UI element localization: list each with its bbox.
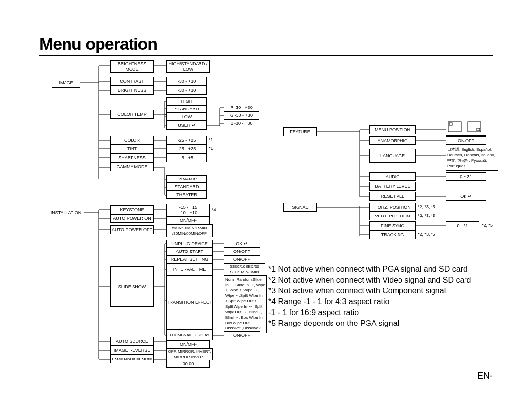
footnotes: *1 Not active when connect with PGA sign… xyxy=(268,264,471,329)
star-1b: *1 xyxy=(209,146,213,151)
item-auto-power-off: AUTO POWER OFF xyxy=(110,225,154,234)
root-signal: SIGNAL xyxy=(283,203,317,212)
svg-rect-83 xyxy=(468,122,481,132)
val-lamp-hour: 00:00 xyxy=(166,360,210,368)
slide-repeat: REPEAT SETTING xyxy=(166,255,213,263)
val-contrast: -30 - +30 xyxy=(166,77,207,86)
item-vert: VERT. POSITION xyxy=(369,212,416,220)
item-lamp-hour: LAMP HOUR ELAPSE xyxy=(110,355,154,363)
note-6: *5 Range depends on the PGA signal xyxy=(268,318,471,329)
item-auto-power-on: AUTO POWER ON xyxy=(110,214,154,223)
item-image-reverse: IMAGE REVERSE xyxy=(110,346,154,355)
val-auto-source: ON/OFF xyxy=(166,340,210,348)
item-sharpness: SHARPNESS xyxy=(110,153,154,162)
val-repeat: ON/OFF xyxy=(224,255,260,263)
item-reset: RESET ALL xyxy=(369,192,416,201)
note-1: *1 Not active when connect with PGA sign… xyxy=(268,264,471,275)
item-brightness-mode: BRIGHTNESS MODE xyxy=(110,60,154,73)
star-1a: *1 xyxy=(209,137,213,143)
item-color-temp: COLOR TEMP xyxy=(110,110,154,119)
val-ct-user: USER ↵ xyxy=(166,121,207,130)
val-color: -25 - +25 xyxy=(166,136,207,144)
val-interval: 5SEC/10SEC/30 SEC/1MIN/3MIN xyxy=(224,263,265,275)
note-4: *4 Range -1 - 1 for 4:3 aspect ratio xyxy=(268,296,471,307)
item-tracking: TRACKING xyxy=(369,230,416,239)
val-ct-high: HIGH xyxy=(166,97,207,105)
svg-rect-81 xyxy=(448,122,461,132)
val-audio: 0 ~ 31 xyxy=(446,172,486,181)
val-ct-standard: STANDARD xyxy=(166,105,207,113)
val-transition: None, Random,Slide In ←, Slide In →, Wip… xyxy=(224,275,267,333)
item-color: COLOR xyxy=(110,136,154,144)
val-gm-dynamic: DYNAMIC xyxy=(166,175,207,183)
item-battery: BATTERY LEVEL xyxy=(369,182,416,191)
val-brightness-mode: HIGH/STANDARD / LOW xyxy=(166,60,210,73)
val-anamorphic: ON/OFF xyxy=(446,136,486,145)
slide-autostart: AUTO START xyxy=(166,248,213,255)
slide-transition: TRANSITION EFFECT xyxy=(166,275,213,329)
item-tint: TINT xyxy=(110,144,154,153)
val-image-reverse: OFF, MIRROR, INVERT, MIRROR INVERT xyxy=(166,348,213,360)
val-menu-position xyxy=(446,120,486,136)
val-gm-standard: STANDARD xyxy=(166,183,207,191)
item-gamma-mode: GAMMA MODE xyxy=(110,162,154,171)
star-vert: *2, *3, *5 xyxy=(418,213,435,218)
val-gm-theater: THEATER xyxy=(166,191,207,199)
val-autostart: ON/OFF xyxy=(224,248,260,255)
note-2: *2 Not active when connect with Video si… xyxy=(268,275,471,286)
star-fine: *2, *5 xyxy=(482,223,493,228)
star-tracking: *2, *3, *5 xyxy=(418,232,435,237)
item-language: LANGUAGE xyxy=(369,149,416,163)
root-image: IMAGE xyxy=(52,78,80,88)
item-anamorphic: ANAMORPHIC xyxy=(369,136,416,145)
val-ct-low: LOW xyxy=(166,113,207,121)
star-4: *4 xyxy=(212,207,216,213)
svg-rect-82 xyxy=(449,123,452,125)
item-contrast: CONTRAST xyxy=(110,77,154,86)
item-slide-show: SLIDE SHOW xyxy=(110,266,154,307)
val-unplug: OK ↵ xyxy=(224,240,260,248)
val-rgb-b: B -30 - +30 xyxy=(224,119,259,127)
val-sharpness: -5 - +5 xyxy=(166,153,207,162)
root-installation: INSTALLATION xyxy=(48,208,84,217)
root-feature: FEATURE xyxy=(283,127,317,136)
val-rgb-g: G -30 - +30 xyxy=(224,111,259,119)
val-tint: -25 - +25 xyxy=(166,144,207,153)
item-auto-source: AUTO SOURCE xyxy=(110,337,154,346)
val-rgb-r: R -30 - +30 xyxy=(224,104,259,111)
page-number: EN- xyxy=(477,371,493,381)
item-menu-position: MENU POSITION xyxy=(369,125,416,134)
slide-unplug: UNPLUG DEVICE xyxy=(166,240,213,248)
val-fine: 0 - 31 xyxy=(446,221,479,230)
val-auto-power-on: ON/OFF xyxy=(166,216,210,224)
note-3: *3 Not active when connect with Componen… xyxy=(268,286,471,296)
val-keystone: -15 - +15 -10 - +10 xyxy=(166,204,210,216)
item-audio: AUDIO xyxy=(369,172,416,181)
item-keystone: KEYSTONE xyxy=(110,205,154,214)
val-thumb: ON/OFF xyxy=(224,331,260,339)
svg-rect-84 xyxy=(477,128,480,131)
item-fine: FINE SYNC xyxy=(369,221,416,230)
val-reset: OK ↵ xyxy=(446,192,486,201)
val-language: 日本語, English, Español, Deutsch, Français… xyxy=(446,145,498,171)
item-brightness: BRIGHTNESS xyxy=(110,86,154,95)
item-horz: HORZ. POSITION xyxy=(369,203,416,212)
slide-thumb: THUMBNAIL DISPLAY xyxy=(166,329,213,340)
star-horz: *2, *3, *5 xyxy=(418,204,435,210)
val-brightness: -30 - +30 xyxy=(166,86,207,95)
val-auto-power-off: 5MIN/10MIN/15MIN /30MIN/60MIN/OFF xyxy=(166,224,213,237)
note-5: -1 - 1 for 16:9 aspect ratio xyxy=(268,307,471,318)
slide-interval: INTERVAL TIME xyxy=(166,263,213,275)
